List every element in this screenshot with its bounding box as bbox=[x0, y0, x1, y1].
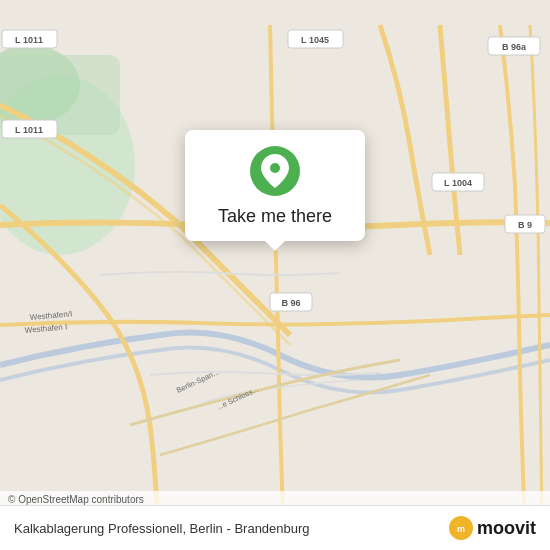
moovit-icon: m bbox=[449, 516, 473, 540]
copyright-text: © OpenStreetMap contributors bbox=[8, 494, 144, 505]
road-label-l1004: L 1004 bbox=[444, 178, 472, 188]
road-label-b9: B 9 bbox=[518, 220, 532, 230]
map-container: L 1011 L 1011 L 1045 B 96a L 1004 B 96 B… bbox=[0, 0, 550, 550]
road-label-l1011-top: L 1011 bbox=[15, 35, 43, 45]
road-label-l1045: L 1045 bbox=[301, 35, 329, 45]
moovit-logo: m moovit bbox=[449, 516, 536, 540]
schlossstr-label: ...e Schloss... bbox=[215, 385, 260, 412]
popup-card[interactable]: Take me there bbox=[185, 130, 365, 241]
road-label-b96a: B 96a bbox=[502, 42, 527, 52]
location-pin-icon bbox=[250, 146, 300, 196]
map-svg: L 1011 L 1011 L 1045 B 96a L 1004 B 96 B… bbox=[0, 0, 550, 550]
westhafen1-label: Westhafen/I bbox=[29, 309, 72, 322]
road-label-b96: B 96 bbox=[281, 298, 300, 308]
road-label-l1011-mid: L 1011 bbox=[15, 125, 43, 135]
svg-text:m: m bbox=[457, 524, 465, 534]
popup-label: Take me there bbox=[213, 206, 337, 227]
moovit-text: moovit bbox=[477, 518, 536, 539]
bottom-bar: Kalkablagerung Professionell, Berlin - B… bbox=[0, 505, 550, 550]
location-text: Kalkablagerung Professionell, Berlin - B… bbox=[14, 521, 449, 536]
svg-point-10 bbox=[270, 163, 280, 173]
